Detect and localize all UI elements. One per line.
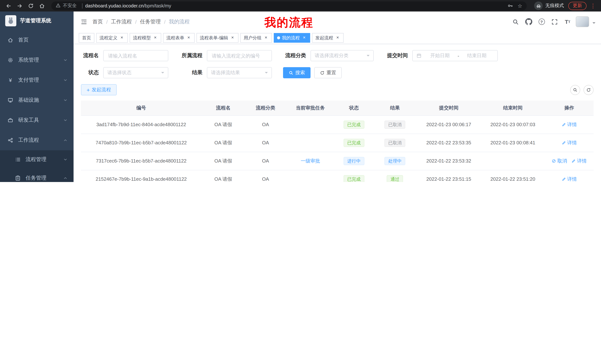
annotation-overlay: 我的流程 (264, 15, 313, 30)
process-icon (15, 157, 21, 163)
breadcrumb-separator: / (164, 19, 166, 25)
address-bar[interactable]: 不安全 dashboard.yudao.iocoder.cn/bpm/task/… (51, 1, 527, 10)
refresh-button[interactable] (583, 85, 594, 95)
calendar-icon (416, 53, 421, 58)
sidebar-fold-icon[interactable] (79, 17, 89, 27)
home-icon[interactable] (37, 1, 47, 10)
breadcrumb-item[interactable]: 任务管理 (140, 18, 161, 25)
close-icon[interactable]: × (263, 35, 269, 40)
create-process-button[interactable]: + 发起流程 (81, 84, 117, 95)
table-row: 7317cec6-7b9b-11ec-b5b7-acde48001122OA 请… (81, 152, 594, 170)
tab[interactable]: 流程定义× (96, 33, 128, 43)
breadcrumb-separator: / (106, 19, 108, 25)
close-icon[interactable]: × (230, 35, 235, 40)
tag-bar: 首页流程定义×流程模型×流程表单×流程表单-编辑×用户分组×我的流程×发起流程× (74, 32, 601, 44)
sidebar-item[interactable]: 研发工具 (0, 110, 74, 130)
yen-icon: ¥ (7, 77, 13, 83)
update-button[interactable]: 更新 (568, 2, 587, 10)
tab[interactable]: 我的流程× (274, 33, 310, 43)
detail-action[interactable]: 详情 (562, 176, 577, 182)
toggle-search-button[interactable] (570, 85, 580, 95)
incognito-indicator: 无痕模式 (534, 1, 564, 10)
reset-button[interactable]: 重置 (314, 67, 342, 78)
tab[interactable]: 流程表单-编辑× (197, 33, 239, 43)
submit-time-range-input[interactable]: 开始日期 - 结束日期 (412, 50, 498, 61)
submit-time-label: 提交时间 (385, 52, 408, 59)
detail-action[interactable]: 详情 (562, 139, 577, 146)
status-tag: 进行中 (344, 157, 364, 165)
sidebar-item[interactable]: 基础设施 (0, 90, 74, 110)
reload-icon[interactable] (26, 1, 36, 10)
cell-result: 处理中 (373, 152, 417, 170)
fullscreen-icon[interactable] (550, 17, 559, 27)
reset-button-label: 重置 (327, 69, 336, 76)
sidebar-item-label: 基础设施 (18, 97, 39, 104)
column-header: 当前审批任务 (286, 101, 335, 115)
column-header: 流程分类 (245, 101, 286, 115)
cell-task (286, 170, 335, 182)
sidebar-item-label: 工作流程 (18, 137, 39, 144)
tab[interactable]: 流程表单× (163, 33, 195, 43)
tab[interactable]: 首页 (79, 33, 94, 43)
menu-kebab-icon[interactable]: ⋮ (590, 2, 596, 9)
key-icon[interactable] (508, 3, 513, 9)
search-button[interactable]: 搜索 (283, 67, 311, 78)
cell-id: 2152467e-7b9b-11ec-9a1b-acde48001122 (81, 170, 201, 182)
sidebar-item[interactable]: 任务管理 (0, 169, 74, 182)
breadcrumb-separator: / (135, 19, 137, 25)
status-select[interactable]: 请选择状态 (103, 67, 168, 78)
close-icon[interactable]: × (153, 35, 158, 40)
parent-process-input[interactable] (207, 50, 272, 61)
close-icon[interactable]: × (302, 35, 307, 40)
parent-process-label: 所属流程 (180, 52, 202, 59)
sidebar-item[interactable]: 流程管理 (0, 150, 74, 169)
github-icon[interactable] (524, 17, 533, 27)
forward-icon[interactable] (15, 1, 25, 10)
tab[interactable]: 发起流程× (312, 33, 344, 43)
close-icon[interactable]: × (186, 35, 191, 40)
cancel-action[interactable]: 取消 (552, 157, 567, 164)
chevron-down-icon (63, 157, 68, 162)
process-name-input[interactable] (103, 50, 168, 61)
detail-action[interactable]: 详情 (571, 157, 587, 164)
tab[interactable]: 用户分组× (240, 33, 272, 43)
cell-status: 已完成 (335, 134, 373, 152)
search-icon[interactable] (511, 17, 521, 27)
chevron-down-icon[interactable] (592, 22, 595, 25)
detail-action[interactable]: 详情 (562, 121, 577, 128)
status-tag: 已完成 (344, 175, 364, 182)
tab-label: 首页 (82, 35, 91, 41)
tab[interactable]: 流程模型× (130, 33, 161, 43)
font-size-icon[interactable]: TT (563, 17, 572, 27)
url-host: dashboard.yudao.iocoder.cn (85, 3, 144, 8)
help-icon[interactable]: ? (537, 17, 546, 27)
back-icon[interactable] (4, 1, 13, 10)
process-name-label: 流程名 (81, 52, 99, 59)
cell-result: 通过 (373, 170, 417, 182)
sidebar-item[interactable]: 系统管理 (0, 50, 74, 70)
divider (82, 3, 82, 8)
breadcrumb-item[interactable]: 工作流程 (111, 18, 132, 25)
result-select[interactable]: 请选择流结果 (207, 67, 272, 78)
star-icon[interactable]: ☆ (518, 3, 522, 9)
sidebar-item[interactable]: 工作流程 (0, 130, 74, 150)
cell-submit-time: 2022-01-23 00:06:17 (417, 115, 481, 134)
sidebar-item[interactable]: ¥支付管理 (0, 70, 74, 90)
breadcrumb: 首页/工作流程/任务管理/我的流程 (92, 18, 190, 25)
breadcrumb-item[interactable]: 首页 (92, 18, 103, 25)
tab-label: 用户分组 (244, 35, 261, 41)
column-header: 状态 (335, 101, 373, 115)
sidebar-item[interactable]: 首页 (0, 30, 74, 50)
app-title: 芋道管理系统 (20, 18, 51, 24)
incognito-icon (534, 1, 543, 10)
task-link[interactable]: 一级审批 (301, 157, 320, 164)
range-separator: - (457, 53, 460, 58)
tab-label: 流程定义 (100, 35, 117, 41)
category-select[interactable]: 请选择流程分类 (311, 50, 374, 61)
close-icon[interactable]: × (335, 35, 340, 40)
cell-category: OA (245, 152, 286, 170)
result-label: 结果 (180, 69, 202, 76)
chevron-down-icon (63, 98, 68, 102)
close-icon[interactable]: × (119, 35, 124, 40)
user-avatar[interactable] (576, 16, 589, 27)
